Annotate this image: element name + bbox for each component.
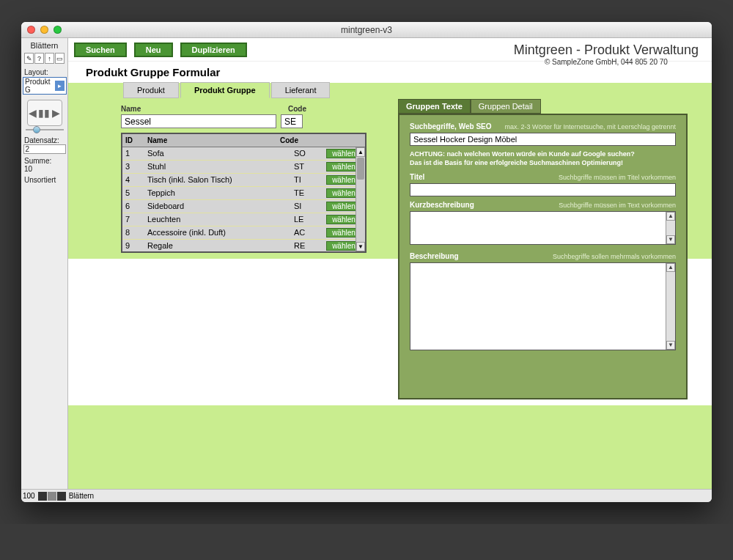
seo-hint: max. 2-3 Wörter für Internetsuche, mit L… — [504, 123, 676, 130]
cell-id: 5 — [122, 187, 144, 199]
layout-select[interactable]: Produkt G ▸ — [23, 77, 67, 95]
status-icon-2[interactable] — [48, 492, 56, 501]
sidebar-mode-label: Blättern — [23, 40, 66, 51]
titel-label: Titel — [410, 173, 424, 181]
group-form: Name Code ID Name Code — [121, 105, 366, 253]
cell-code: LE — [291, 213, 325, 226]
table-scrollbar[interactable]: ▲ ▼ — [356, 147, 365, 251]
sidebar-tools: ✎ ? ↑ ▭ — [23, 53, 66, 64]
seo-label: Suchbegriffe, Web SEO — [410, 122, 492, 130]
summe-value: 10 — [23, 165, 66, 173]
cell-name: Sofa — [144, 147, 291, 160]
scroll-up-icon[interactable]: ▲ — [356, 147, 365, 157]
table-row[interactable]: 3StuhlSTwählen — [122, 161, 365, 174]
search-button[interactable]: Suchen — [74, 43, 127, 57]
kurz-textarea[interactable]: ▲▼ — [410, 211, 676, 245]
status-icon-3[interactable] — [57, 492, 66, 501]
titel-hint: Suchbgriffe müssen im Titel vorkommen — [559, 174, 676, 181]
cell-code: AC — [291, 226, 325, 239]
col-code: Code — [277, 134, 321, 147]
prev-record-icon[interactable]: ◀ — [29, 107, 37, 119]
summe-label: Summe: — [23, 154, 66, 165]
cell-code: TE — [291, 187, 325, 199]
cell-id: 8 — [122, 226, 144, 239]
table-row[interactable]: 8Accessoire (inkl. Duft)ACwählen — [122, 226, 365, 240]
detail-panel: Gruppen Texte Gruppen Detail Suchbegriff… — [398, 99, 688, 399]
code-input[interactable] — [281, 114, 303, 128]
cell-name: Teppich — [144, 187, 291, 199]
new-button[interactable]: Neu — [134, 43, 173, 57]
scroll-thumb[interactable] — [357, 158, 364, 180]
cell-name: Accessoire (inkl. Duft) — [144, 226, 291, 239]
beschr-textarea[interactable]: ▲▼ — [410, 262, 676, 350]
cell-code: SO — [291, 147, 325, 160]
col-name: Name — [144, 134, 277, 147]
cell-id: 7 — [122, 213, 144, 226]
table-row[interactable]: 1SofaSOwählen — [122, 147, 365, 161]
cell-id: 4 — [122, 174, 144, 186]
table-row[interactable]: 4Tisch (inkl. Salon Tisch)TIwählen — [122, 174, 365, 187]
tab-lieferant[interactable]: Lieferant — [271, 82, 331, 98]
cell-name: Sideboard — [144, 200, 291, 213]
table-row[interactable]: 7LeuchtenLEwählen — [122, 213, 365, 226]
tool-page-icon[interactable]: ▭ — [55, 53, 65, 64]
page-body: Produkt Produkt Gruppe Lieferant Name Co… — [68, 83, 712, 489]
layout-label: Layout: — [23, 68, 66, 76]
beschr-label: Beschreibung — [410, 252, 459, 260]
zoom-value[interactable]: 100 — [23, 492, 35, 500]
brand-area: Mintgreen - Produkt Verwaltung © SampleZ… — [514, 43, 699, 66]
toolbar: Suchen Neu Duplizieren Mintgreen - Produ… — [68, 38, 712, 62]
dropdown-icon: ▸ — [55, 81, 65, 91]
cell-id: 3 — [122, 161, 144, 173]
status-bar: 100 Blättern — [21, 489, 712, 502]
titlebar: mintgreen-v3 — [21, 22, 712, 38]
status-icon-1[interactable] — [38, 492, 47, 501]
datensatz-label: Datensatz: — [23, 133, 66, 144]
group-table: ID Name Code 1SofaSOwählen3StuhlSTwählen… — [121, 133, 366, 253]
main-area: Suchen Neu Duplizieren Mintgreen - Produ… — [68, 38, 712, 489]
code-label: Code — [288, 105, 306, 113]
titel-input[interactable] — [410, 183, 676, 196]
subtab-texte[interactable]: Gruppen Texte — [398, 99, 471, 114]
name-input[interactable] — [121, 114, 276, 128]
kurz-label: Kurzbeschreibung — [410, 201, 474, 209]
seo-notice: ACHTUNG: nach welchen Worten würde ein K… — [410, 150, 676, 167]
seo-input[interactable] — [410, 133, 676, 146]
status-icons — [38, 492, 66, 501]
record-navigator[interactable]: ◀ ▮▮ ▶ — [27, 100, 62, 126]
datensatz-input[interactable]: 2 — [23, 144, 66, 154]
name-label: Name — [121, 105, 281, 113]
tool-up-icon[interactable]: ↑ — [45, 53, 54, 64]
subtab-detail[interactable]: Gruppen Detail — [471, 99, 541, 114]
table-row[interactable]: 5TeppichTEwählen — [122, 187, 365, 200]
tab-row: Produkt Produkt Gruppe Lieferant — [123, 82, 331, 98]
tool-edit-icon[interactable]: ✎ — [24, 53, 34, 64]
tool-help-icon[interactable]: ? — [34, 53, 44, 64]
table-body: 1SofaSOwählen3StuhlSTwählen4Tisch (inkl.… — [122, 147, 365, 251]
subtab-row: Gruppen Texte Gruppen Detail — [398, 99, 688, 114]
cell-code: ST — [291, 161, 325, 173]
brand-sub: © SampleZone GmbH, 044 805 20 70 — [514, 58, 699, 66]
table-row[interactable]: 9RegaleREwählen — [122, 240, 365, 251]
col-id: ID — [122, 134, 144, 147]
record-slider[interactable] — [26, 129, 64, 130]
table-header: ID Name Code — [122, 134, 365, 147]
kurz-hint: Suchbgriffe müssen im Text vorkommen — [559, 202, 676, 209]
bottom-area — [68, 405, 712, 489]
sort-status: Unsortiert — [23, 173, 66, 184]
duplicate-button[interactable]: Duplizieren — [180, 43, 247, 57]
cell-name: Tisch (inkl. Salon Tisch) — [144, 174, 291, 186]
tab-produkt-gruppe[interactable]: Produkt Gruppe — [180, 82, 270, 98]
app-window: mintgreen-v3 Blättern ✎ ? ↑ ▭ Layout: Pr… — [21, 22, 712, 502]
status-mode: Blättern — [69, 492, 94, 500]
cell-id: 9 — [122, 240, 144, 251]
table-row[interactable]: 6SideboardSIwählen — [122, 200, 365, 213]
left-sidebar: Blättern ✎ ? ↑ ▭ Layout: Produkt G ▸ ◀ ▮… — [21, 38, 68, 489]
cell-name: Leuchten — [144, 213, 291, 226]
next-record-icon[interactable]: ▶ — [52, 107, 60, 119]
scroll-down-icon[interactable]: ▼ — [356, 242, 365, 251]
cell-code: RE — [291, 240, 325, 251]
cell-id: 1 — [122, 147, 144, 160]
cell-code: SI — [291, 200, 325, 213]
tab-produkt[interactable]: Produkt — [123, 82, 179, 98]
